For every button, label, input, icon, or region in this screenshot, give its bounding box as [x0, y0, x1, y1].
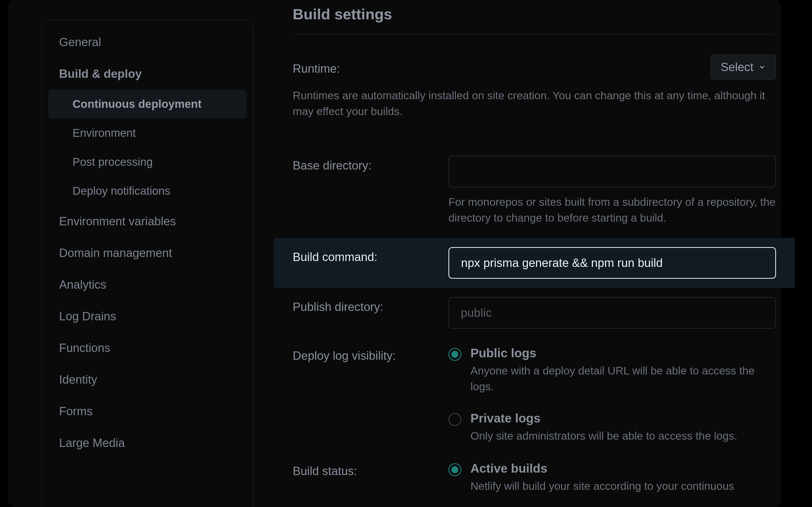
- radio-desc-public: Anyone with a deploy detail URL will be …: [470, 363, 776, 395]
- sidebar-item-functions[interactable]: Functions: [48, 332, 247, 364]
- sidebar-item-deploy-notifications[interactable]: Deploy notifications: [48, 176, 247, 206]
- deploy-log-label: Deploy log visibility:: [293, 346, 448, 362]
- sidebar-item-post-processing[interactable]: Post processing: [48, 148, 247, 176]
- radio-title-public: Public logs: [470, 346, 776, 360]
- radio-desc-active: Netlify will build your site according t…: [470, 478, 776, 494]
- runtime-select-label: Select: [721, 60, 754, 74]
- radio-icon[interactable]: [448, 348, 461, 361]
- sidebar-item-build-deploy[interactable]: Build & deploy: [48, 58, 247, 90]
- runtime-select[interactable]: Select: [711, 54, 776, 80]
- sidebar-item-forms[interactable]: Forms: [48, 395, 247, 427]
- sidebar-item-log-drains[interactable]: Log Drains: [48, 300, 247, 332]
- build-cmd-label: Build command:: [293, 247, 448, 264]
- main-content: Build settings Runtime: Select Runtimes …: [293, 0, 776, 506]
- section-title: Build settings: [293, 0, 776, 35]
- radio-icon[interactable]: [448, 413, 461, 426]
- build-cmd-input[interactable]: [448, 247, 776, 279]
- chevron-down-icon: [758, 63, 766, 71]
- publish-dir-row: Publish directory:: [293, 288, 776, 340]
- sidebar-item-analytics[interactable]: Analytics: [48, 269, 247, 300]
- deploy-log-row: Deploy log visibility: Public logs Anyon…: [293, 340, 776, 456]
- radio-desc-private: Only site administrators will be able to…: [470, 428, 776, 444]
- publish-dir-input[interactable]: [448, 297, 776, 329]
- build-cmd-row: Build command:: [274, 238, 795, 288]
- sidebar-item-identity[interactable]: Identity: [48, 364, 247, 395]
- runtime-help: Runtimes are automatically installed on …: [293, 88, 776, 120]
- base-dir-label: Base directory:: [293, 156, 448, 172]
- radio-title-active: Active builds: [470, 461, 776, 475]
- radio-title-private: Private logs: [470, 411, 776, 426]
- sidebar-item-continuous-deployment[interactable]: Continuous deployment: [48, 90, 247, 119]
- base-dir-help: For monorepos or sites built from a subd…: [448, 194, 776, 226]
- base-dir-row: Base directory: For monorepos or sites b…: [293, 150, 776, 238]
- base-dir-input[interactable]: [448, 156, 776, 187]
- deploy-log-option-public[interactable]: Public logs Anyone with a deploy detail …: [448, 346, 776, 395]
- sidebar-item-domain-management[interactable]: Domain management: [48, 237, 247, 269]
- deploy-log-option-private[interactable]: Private logs Only site administrators wi…: [448, 411, 776, 444]
- settings-sidebar: General Build & deploy Continuous deploy…: [41, 19, 253, 507]
- build-status-option-active[interactable]: Active builds Netlify will build your si…: [448, 461, 776, 494]
- runtime-label: Runtime:: [293, 59, 448, 75]
- build-status-row: Build status: Active builds Netlify will…: [293, 456, 776, 506]
- sidebar-item-general[interactable]: General: [48, 26, 247, 58]
- sidebar-item-large-media[interactable]: Large Media: [48, 427, 247, 459]
- runtime-row: Runtime: Select Runtimes are automatical…: [293, 49, 776, 131]
- build-status-label: Build status:: [293, 461, 448, 478]
- sidebar-item-environment[interactable]: Environment: [48, 119, 247, 148]
- settings-panel: General Build & deploy Continuous deploy…: [8, 0, 781, 507]
- sidebar-item-environment-variables[interactable]: Environment variables: [48, 206, 247, 237]
- radio-icon[interactable]: [448, 463, 461, 476]
- publish-dir-label: Publish directory:: [293, 297, 448, 314]
